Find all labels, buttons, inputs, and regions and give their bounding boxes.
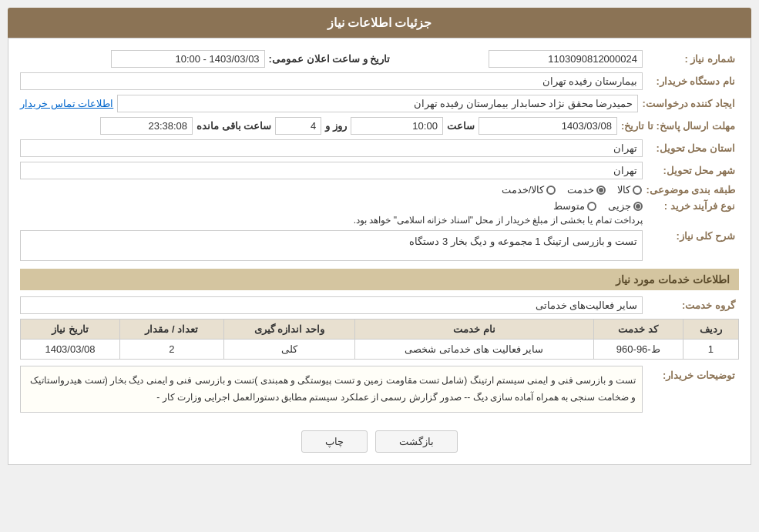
header-title: جزئیات اطلاعات نیاز — [327, 16, 432, 29]
category-kala-radio[interactable] — [633, 186, 642, 195]
city-label: شهر محل تحویل: — [646, 165, 739, 176]
city-row: شهر محل تحویل: تهران — [20, 162, 739, 179]
services-table: ردیف کد خدمت نام خدمت واحد اندازه گیری ت… — [20, 319, 739, 360]
category-radio-group: کالا خدمت کالا/خدمت — [502, 184, 643, 196]
creator-label: ایجاد کننده درخواست: — [642, 98, 739, 109]
buyer-notes-label: توضیحات خریدار: — [646, 366, 739, 381]
purchase-type-row: نوع فرآیند خرید : جزیی متوسط پرداخت تمام… — [20, 200, 739, 226]
col-header-name: نام خدمت — [354, 320, 593, 340]
category-khedmat-label: خدمت — [567, 184, 594, 196]
service-group-label: گروه خدمت: — [646, 299, 739, 311]
creator-value: حمیدرضا محقق نژاد حسابدار بیمارستان رفید… — [117, 95, 638, 112]
cell-rownum: 1 — [683, 340, 738, 360]
button-row: بازگشت چاپ — [20, 430, 739, 453]
category-row: طبقه بندی موضوعی: کالا خدمت کالا/خدمت — [20, 184, 739, 196]
need-number-value: 1103090812000024 — [489, 50, 643, 68]
col-header-qty: تعداد / مقدار — [119, 320, 223, 340]
page-container: جزئیات اطلاعات نیاز شماره نیاز : 1103090… — [0, 0, 759, 473]
services-section-title: اطلاعات خدمات مورد نیاز — [616, 273, 730, 286]
deadline-remaining-label: ساعت باقی مانده — [196, 120, 271, 132]
col-header-code: کد خدمت — [593, 320, 683, 340]
category-khedmat-radio[interactable] — [596, 186, 606, 195]
service-group-row: گروه خدمت: سایر فعالیت‌های خدماتی — [20, 296, 739, 314]
purchase-note: پرداخت تمام یا بخشی از مبلغ خریدار از مح… — [354, 215, 643, 226]
need-number-label: شماره نیاز : — [646, 53, 739, 65]
main-content: شماره نیاز : 1103090812000024 تاریخ و سا… — [8, 38, 751, 465]
deadline-time: 10:00 — [351, 117, 443, 135]
need-number-row: شماره نیاز : 1103090812000024 تاریخ و سا… — [20, 50, 739, 68]
description-row: شرح کلی نیاز: تست و بازرسی ارتینگ 1 مجمو… — [20, 230, 739, 261]
buyer-notes-row: توضیحات خریدار: تست و بازرسی فنی و ایمنی… — [20, 366, 739, 419]
province-label: استان محل تحویل: — [646, 142, 739, 154]
category-kala-khedmat-radio[interactable] — [546, 186, 556, 195]
creator-row: ایجاد کننده درخواست: حمیدرضا محقق نژاد ح… — [20, 95, 739, 112]
cell-name: سایر فعالیت های خدماتی شخصی — [354, 340, 593, 360]
category-khedmat: خدمت — [567, 184, 606, 196]
cell-qty: 2 — [119, 340, 223, 360]
col-header-date: تاریخ نیاز — [21, 320, 120, 340]
buyer-notes-value: تست و بازرسی فنی و ایمنی سیستم ارتینگ (ش… — [20, 366, 643, 413]
buyer-org-label: نام دستگاه خریدار: — [646, 75, 739, 87]
contact-link[interactable]: اطلاعات تماس خریدار — [20, 98, 113, 109]
print-button[interactable]: چاپ — [301, 430, 368, 453]
deadline-time-label: ساعت — [447, 120, 475, 132]
page-header: جزئیات اطلاعات نیاز — [8, 8, 751, 38]
purchase-jozi-label: جزیی — [608, 200, 631, 212]
purchase-motavasset: متوسط — [553, 200, 596, 212]
purchase-jozi-radio[interactable] — [633, 202, 643, 211]
province-value: تهران — [20, 139, 643, 157]
description-value: تست و بازرسی ارتینگ 1 مجموعه و دیگ بخار … — [20, 230, 643, 261]
province-row: استان محل تحویل: تهران — [20, 139, 739, 157]
buyer-org-row: نام دستگاه خریدار: بیمارستان رفیده تهران — [20, 72, 739, 90]
deadline-remaining: 23:38:08 — [100, 117, 193, 135]
category-kala: کالا — [617, 184, 642, 196]
announcement-date-value: 1403/03/03 - 10:00 — [111, 50, 265, 68]
purchase-type-label: نوع فرآیند خرید : — [646, 200, 739, 212]
category-kala-khedmat: کالا/خدمت — [502, 184, 556, 196]
purchase-motavasset-label: متوسط — [553, 200, 585, 212]
cell-date: 1403/03/08 — [21, 340, 120, 360]
service-group-value: سایر فعالیت‌های خدماتی — [20, 296, 643, 314]
cell-unit: کلی — [223, 340, 354, 360]
purchase-radio-group: جزیی متوسط — [354, 200, 643, 212]
category-label: طبقه بندی موضوعی: — [646, 184, 739, 196]
services-section-divider: اطلاعات خدمات مورد نیاز — [20, 269, 739, 290]
purchase-jozi: جزیی — [608, 200, 643, 212]
buyer-org-value: بیمارستان رفیده تهران — [20, 72, 643, 90]
category-kala-label: کالا — [617, 184, 630, 196]
table-row: 1 ط-96-960 سایر فعالیت های خدماتی شخصی ک… — [21, 340, 739, 360]
deadline-date: 1403/03/08 — [479, 117, 617, 135]
category-kala-khedmat-label: کالا/خدمت — [502, 184, 545, 196]
col-header-unit: واحد اندازه گیری — [223, 320, 354, 340]
deadline-days-label: روز و — [325, 120, 347, 132]
table-header-row: ردیف کد خدمت نام خدمت واحد اندازه گیری ت… — [21, 320, 739, 340]
purchase-type-options: جزیی متوسط پرداخت تمام یا بخشی از مبلغ خ… — [354, 200, 643, 226]
purchase-motavasset-radio[interactable] — [587, 202, 596, 211]
deadline-label: مهلت ارسال پاسخ: تا تاریخ: — [621, 120, 739, 132]
description-label: شرح کلی نیاز: — [646, 230, 739, 242]
announcement-date-label: تاریخ و ساعت اعلان عمومی: — [269, 53, 391, 65]
deadline-row: مهلت ارسال پاسخ: تا تاریخ: 1403/03/08 سا… — [20, 117, 739, 135]
deadline-days: 4 — [275, 117, 321, 135]
col-header-rownum: ردیف — [683, 320, 738, 340]
back-button[interactable]: بازگشت — [375, 430, 458, 453]
cell-code: ط-96-960 — [593, 340, 683, 360]
city-value: تهران — [20, 162, 643, 179]
